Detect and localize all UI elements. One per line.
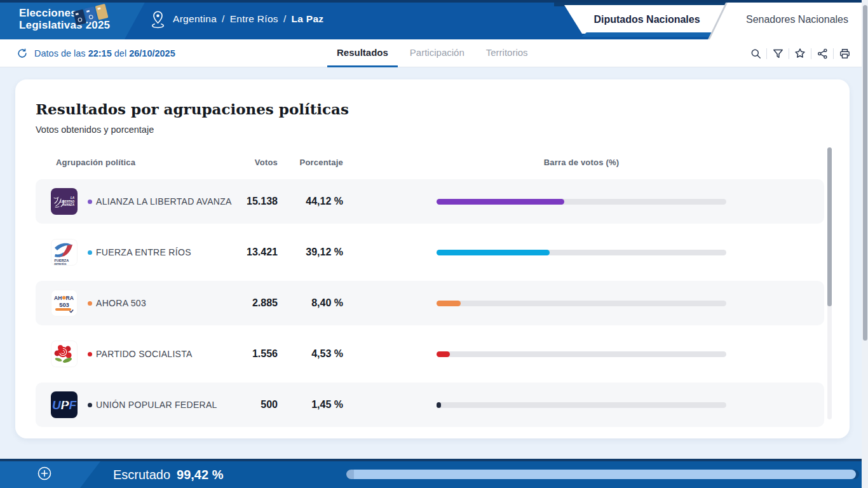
percent-value: 8,40 % [280, 281, 343, 325]
svg-text:ENTRE RÍOS: ENTRE RÍOS [55, 262, 67, 266]
timestamp-time: 22:15 [88, 48, 112, 58]
expand-plus-icon[interactable] [37, 466, 52, 481]
votes-value: 13.421 [214, 230, 278, 274]
party-color-dot [88, 301, 92, 306]
timestamp-middle: del [114, 48, 126, 58]
vote-bar-fill [437, 351, 450, 357]
vote-bar-track [437, 301, 726, 306]
svg-text:AVANZA: AVANZA [62, 203, 74, 207]
column-header-bar: Barra de votos (%) [437, 158, 726, 167]
tab-diputados-label: Diputados Nacionales [593, 14, 700, 25]
vote-bar-track [437, 199, 726, 205]
update-time-icon [17, 48, 28, 59]
tab-territorios[interactable]: Territorios [477, 39, 538, 67]
svg-text:503: 503 [59, 301, 69, 308]
party-logo-alianza-la-libertad-avanza: LA LIBERTAD AVANZA [51, 188, 78, 215]
party-logo-ahora-503: AH RA 503 [51, 290, 78, 316]
print-icon[interactable] [834, 44, 855, 62]
party-logo-fuerza-entre-rios: FUERZA ENTRE RÍOS [51, 239, 78, 266]
filter-icon[interactable] [767, 44, 789, 62]
tab-senadores-nacionales[interactable]: Senadores Nacionales [710, 0, 868, 39]
breadcrumb-separator: / [222, 13, 225, 24]
party-color-dot [88, 250, 92, 255]
percent-value: 4,53 % [280, 332, 343, 376]
votes-value: 15.138 [214, 179, 278, 224]
tab-resultados-label: Resultados [337, 47, 388, 58]
escrutado-progress-track [346, 470, 859, 479]
escrutado-percent: 99,42 % [177, 468, 223, 482]
party-logo-partido-socialista [51, 341, 78, 367]
tab-diputados-nacionales[interactable]: Diputados Nacionales [564, 5, 729, 34]
party-color-dot [88, 200, 92, 204]
party-name: FUERZA ENTRE RÍOS [96, 230, 191, 274]
table-row: FUERZA ENTRE RÍOS FUERZA ENTRE RÍOS 13.4… [36, 230, 824, 274]
tab-participacion-label: Participación [410, 47, 465, 58]
svg-text:LIBERTAD: LIBERTAD [60, 200, 74, 203]
party-name: PARTIDO SOCIALISTA [96, 332, 193, 376]
party-color-dot [88, 352, 92, 356]
escrutado-progress-fill [346, 470, 856, 479]
breadcrumb-province[interactable]: Entre Ríos [230, 13, 278, 24]
section-tabs: Resultados Participación Territorios [327, 39, 538, 67]
page-scrollbar[interactable] [862, 0, 868, 488]
vote-bar-fill [437, 402, 441, 408]
breadcrumb-separator: / [283, 13, 287, 24]
top-header: Elecciones Legislativas 2025 Argentina/E… [0, 0, 868, 39]
party-logo-union-popular-federal: UPF [51, 391, 78, 418]
page-subtitle: Votos obtenidos y porcentaje [36, 125, 154, 135]
location-pin-icon [151, 10, 165, 29]
svg-text:RA: RA [66, 295, 74, 301]
breadcrumb-current: La Paz [292, 13, 324, 24]
vote-bar-fill [437, 301, 461, 306]
page-scrollbar-thumb[interactable] [863, 5, 867, 341]
vote-bar-fill [437, 250, 550, 255]
column-header-votes: Votos [214, 158, 278, 167]
table-row: LA LIBERTAD AVANZA ALIANZA LA LIBERTAD A… [36, 179, 824, 224]
page-title: Resultados por agrupaciones políticas [36, 100, 349, 118]
table-scrollbar-thumb[interactable] [827, 147, 832, 306]
percent-value: 39,12 % [280, 230, 343, 274]
tab-territorios-label: Territorios [486, 47, 528, 58]
escrutado-status: Escrutado99,42 % [113, 461, 223, 488]
tab-resultados[interactable]: Resultados [327, 39, 398, 67]
share-icon[interactable] [811, 44, 833, 62]
timestamp-date: 26/10/2025 [129, 48, 175, 58]
vote-bar-fill [437, 199, 564, 205]
percent-value: 44,12 % [280, 179, 343, 224]
party-color-dot [88, 403, 92, 407]
vote-bar-track [437, 351, 726, 357]
tab-participacion[interactable]: Participación [400, 39, 474, 67]
svg-text:AH: AH [54, 295, 62, 301]
svg-text:LA: LA [71, 196, 74, 200]
party-name: AHORA 503 [96, 281, 146, 325]
tab-diputados-active-underline [581, 32, 715, 37]
header-top-edge [0, 0, 868, 3]
breadcrumb-country[interactable]: Argentina [173, 13, 217, 24]
toolbar: Datos de las 22:15 del 26/10/2025 Result… [0, 39, 868, 67]
column-header-party: Agrupación política [56, 158, 135, 167]
table-row: AH RA 503 AHORA 503 2.885 8,40 % [36, 281, 824, 325]
vote-bar-track [437, 402, 726, 408]
table-row: UPF UNIÓN POPULAR FEDERAL 500 1,45 % [36, 383, 824, 427]
timestamp-prefix: Datos de las [34, 48, 86, 58]
table-row: PARTIDO SOCIALISTA 1.556 4,53 % [36, 332, 824, 376]
vote-bar-track [437, 250, 726, 255]
percent-value: 1,45 % [280, 383, 343, 427]
votes-value: 500 [214, 383, 278, 427]
party-name: ALIANZA LA LIBERTAD AVANZA [96, 179, 232, 224]
breadcrumb: Argentina/Entre Ríos/La Paz [173, 13, 323, 25]
party-name: UNIÓN POPULAR FEDERAL [96, 383, 217, 427]
votes-value: 2.885 [214, 281, 278, 325]
tab-senadores-label: Senadores Nacionales [746, 14, 848, 25]
data-timestamp: Datos de las 22:15 del 26/10/2025 [34, 39, 175, 67]
favorite-star-icon[interactable] [789, 44, 811, 62]
toolbar-actions [745, 39, 855, 67]
column-header-percent: Porcentaje [280, 158, 343, 167]
svg-text:FUERZA: FUERZA [55, 259, 69, 262]
votes-value: 1.556 [214, 332, 278, 376]
table-scrollbar[interactable] [827, 147, 832, 419]
ballots-icon [71, 1, 111, 27]
search-icon[interactable] [745, 44, 766, 62]
escrutado-label: Escrutado [113, 468, 170, 482]
